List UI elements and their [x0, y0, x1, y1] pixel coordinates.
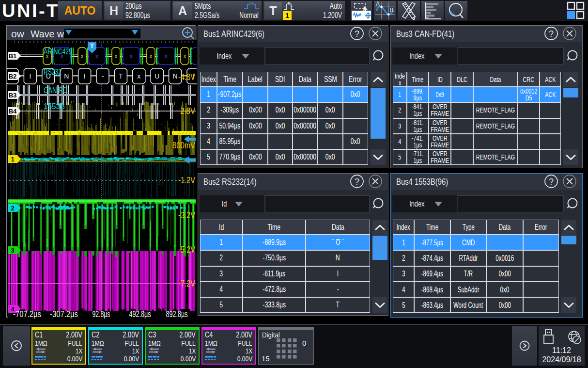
svg-text:?: ? — [549, 177, 554, 187]
svg-text:892.8µs: 892.8µs — [166, 309, 188, 319]
svg-text:-1.2V: -1.2V — [178, 175, 195, 185]
svg-text:1: 1 — [11, 156, 14, 163]
svg-text:CAN-FD: CAN-FD — [44, 86, 67, 95]
svg-text:3: 3 — [11, 247, 14, 254]
svg-text:-7.2V: -7.2V — [178, 278, 195, 288]
svg-text:92.8µs: 92.8µs — [93, 309, 110, 319]
svg-text:T: T — [119, 72, 123, 80]
svg-text:B3: B3 — [9, 92, 17, 99]
svg-text:-4.8V: -4.8V — [178, 72, 195, 82]
svg-text:2.8V: 2.8V — [180, 106, 195, 116]
svg-text:?: ? — [355, 29, 359, 39]
svg-text:I: I — [29, 72, 31, 80]
svg-text:x: x — [150, 53, 153, 60]
svg-text:I: I — [84, 72, 86, 80]
svg-text:T: T — [90, 42, 94, 49]
svg-text:x: x — [115, 53, 118, 60]
svg-text:N: N — [64, 72, 69, 80]
svg-text:2: 2 — [11, 205, 14, 212]
svg-text:?: ? — [549, 29, 554, 39]
svg-text:B: B — [390, 7, 394, 14]
svg-text:-707.2µs: -707.2µs — [13, 309, 41, 319]
svg-text:800mV: 800mV — [172, 140, 195, 150]
svg-text:x: x — [81, 53, 84, 60]
svg-text:B4: B4 — [9, 108, 17, 115]
svg-text:x: x — [184, 53, 186, 60]
svg-text:Wave w: Wave w — [31, 28, 64, 39]
svg-text:U: U — [155, 72, 159, 80]
svg-text:x: x — [165, 52, 168, 60]
svg-text:x: x — [137, 72, 140, 80]
svg-text:A: A — [376, 1, 380, 7]
svg-text:x: x — [130, 52, 133, 60]
svg-text:N: N — [173, 72, 178, 80]
svg-text:ARINC429: ARINC429 — [44, 48, 72, 56]
svg-text:-: - — [102, 72, 104, 80]
svg-text:1553B: 1553B — [44, 102, 65, 111]
svg-text:-3.2V: -3.2V — [178, 210, 195, 220]
svg-text:x: x — [95, 52, 99, 60]
svg-text:ow: ow — [11, 28, 25, 39]
svg-text:B2: B2 — [9, 73, 17, 80]
svg-text:?: ? — [355, 177, 359, 187]
svg-text:492.8µs: 492.8µs — [129, 309, 151, 319]
svg-text:-307.2µs: -307.2µs — [50, 309, 78, 319]
svg-text:-5.2V: -5.2V — [178, 244, 195, 255]
svg-text:RS232: RS232 — [44, 68, 62, 76]
svg-text:B1: B1 — [9, 52, 17, 60]
